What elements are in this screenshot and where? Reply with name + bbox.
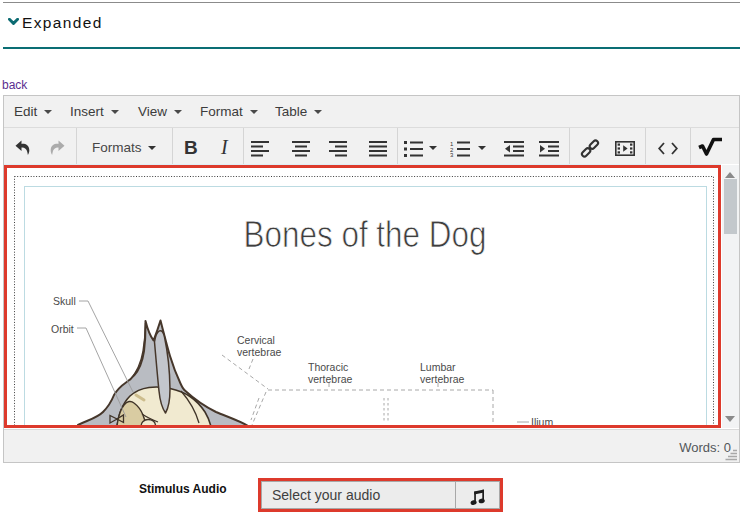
svg-text:vertebrae: vertebrae: [308, 373, 353, 385]
svg-text:3: 3: [450, 152, 454, 157]
svg-text:Cervical: Cervical: [237, 334, 275, 346]
svg-text:vertebrae: vertebrae: [237, 346, 282, 358]
svg-text:Lumbar: Lumbar: [420, 361, 456, 373]
svg-text:Thoracic: Thoracic: [308, 361, 348, 373]
svg-text:vertebrae: vertebrae: [420, 373, 465, 385]
svg-text:Bones of the Dog: Bones of the Dog: [244, 214, 487, 255]
svg-text:Skull: Skull: [53, 295, 76, 307]
svg-text:Orbit: Orbit: [51, 323, 74, 335]
svg-text:Ilium: Ilium: [531, 416, 553, 428]
